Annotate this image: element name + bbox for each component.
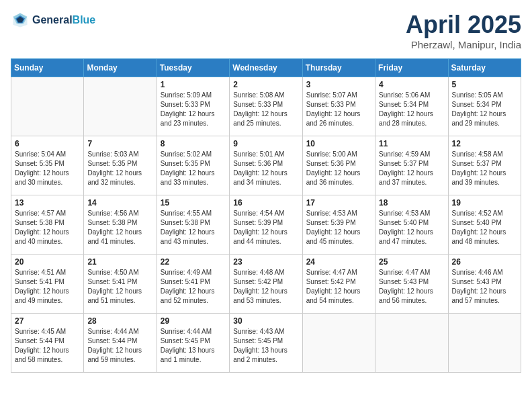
- day-detail: Sunrise: 4:48 AMSunset: 5:42 PMDaylight:…: [233, 268, 298, 306]
- day-number: 22: [161, 257, 226, 267]
- day-number: 24: [306, 257, 371, 267]
- day-detail: Sunrise: 4:59 AMSunset: 5:37 PMDaylight:…: [379, 150, 444, 187]
- day-detail: Sunrise: 4:53 AMSunset: 5:39 PMDaylight:…: [306, 209, 371, 246]
- day-detail: Sunrise: 4:54 AMSunset: 5:39 PMDaylight:…: [233, 209, 298, 246]
- day-detail: Sunrise: 5:00 AMSunset: 5:36 PMDaylight:…: [306, 150, 371, 187]
- day-detail: Sunrise: 4:49 AMSunset: 5:41 PMDaylight:…: [161, 268, 226, 306]
- weekday-header-thursday: Thursday: [302, 59, 375, 77]
- day-detail: Sunrise: 4:47 AMSunset: 5:42 PMDaylight:…: [306, 268, 371, 306]
- day-number: 28: [87, 316, 152, 326]
- day-number: 23: [233, 257, 298, 267]
- logo: GeneralBlue: [11, 11, 95, 30]
- weekday-header-sunday: Sunday: [11, 59, 84, 77]
- day-number: 29: [161, 316, 226, 326]
- month-year-title: April 2025: [406, 11, 521, 39]
- calendar-day-cell: 4Sunrise: 5:06 AMSunset: 5:34 PMDaylight…: [375, 77, 448, 136]
- page-header: GeneralBlue April 2025 Pherzawl, Manipur…: [11, 11, 521, 50]
- location-subtitle: Pherzawl, Manipur, India: [406, 39, 521, 50]
- day-detail: Sunrise: 5:09 AMSunset: 5:33 PMDaylight:…: [161, 91, 226, 128]
- day-detail: Sunrise: 5:02 AMSunset: 5:35 PMDaylight:…: [161, 150, 226, 187]
- day-detail: Sunrise: 5:05 AMSunset: 5:34 PMDaylight:…: [452, 91, 517, 128]
- calendar-day-cell: 17Sunrise: 4:53 AMSunset: 5:39 PMDayligh…: [302, 195, 375, 255]
- day-detail: Sunrise: 4:55 AMSunset: 5:38 PMDaylight:…: [161, 209, 226, 246]
- day-number: 13: [15, 198, 80, 208]
- day-detail: Sunrise: 4:44 AMSunset: 5:44 PMDaylight:…: [87, 327, 152, 365]
- weekday-header-wednesday: Wednesday: [230, 59, 302, 77]
- day-number: 7: [87, 139, 152, 148]
- calendar-day-cell: 2Sunrise: 5:08 AMSunset: 5:33 PMDaylight…: [230, 77, 302, 136]
- calendar-day-cell: [302, 314, 375, 373]
- day-number: 27: [15, 316, 80, 326]
- day-number: 12: [452, 139, 517, 148]
- calendar-day-cell: 23Sunrise: 4:48 AMSunset: 5:42 PMDayligh…: [230, 255, 302, 314]
- day-number: 14: [87, 198, 152, 208]
- calendar-day-cell: 1Sunrise: 5:09 AMSunset: 5:33 PMDaylight…: [157, 77, 229, 136]
- calendar-day-cell: 13Sunrise: 4:57 AMSunset: 5:38 PMDayligh…: [11, 195, 84, 255]
- day-number: 17: [306, 198, 371, 208]
- calendar-day-cell: 24Sunrise: 4:47 AMSunset: 5:42 PMDayligh…: [302, 255, 375, 314]
- calendar-day-cell: [84, 77, 157, 136]
- day-detail: Sunrise: 5:03 AMSunset: 5:35 PMDaylight:…: [87, 150, 152, 187]
- calendar-day-cell: 18Sunrise: 4:53 AMSunset: 5:40 PMDayligh…: [375, 195, 448, 255]
- day-number: 20: [15, 257, 80, 267]
- day-number: 9: [233, 139, 298, 148]
- calendar-week-row: 1Sunrise: 5:09 AMSunset: 5:33 PMDaylight…: [11, 77, 521, 136]
- day-number: 1: [161, 80, 226, 89]
- calendar-day-cell: [375, 314, 448, 373]
- day-number: 25: [379, 257, 444, 267]
- weekday-header-monday: Monday: [84, 59, 157, 77]
- day-detail: Sunrise: 4:51 AMSunset: 5:41 PMDaylight:…: [15, 268, 80, 306]
- calendar-day-cell: 6Sunrise: 5:04 AMSunset: 5:35 PMDaylight…: [11, 136, 84, 195]
- day-number: 16: [233, 198, 298, 208]
- calendar-day-cell: [448, 314, 521, 373]
- calendar-day-cell: 19Sunrise: 4:52 AMSunset: 5:40 PMDayligh…: [448, 195, 521, 255]
- calendar-week-row: 27Sunrise: 4:45 AMSunset: 5:44 PMDayligh…: [11, 314, 521, 373]
- day-detail: Sunrise: 5:08 AMSunset: 5:33 PMDaylight:…: [233, 91, 298, 128]
- day-detail: Sunrise: 4:45 AMSunset: 5:44 PMDaylight:…: [15, 327, 80, 365]
- day-detail: Sunrise: 4:57 AMSunset: 5:38 PMDaylight:…: [15, 209, 80, 246]
- day-number: 19: [452, 198, 517, 208]
- calendar-week-row: 6Sunrise: 5:04 AMSunset: 5:35 PMDaylight…: [11, 136, 521, 195]
- calendar-day-cell: 28Sunrise: 4:44 AMSunset: 5:44 PMDayligh…: [84, 314, 157, 373]
- calendar-day-cell: 10Sunrise: 5:00 AMSunset: 5:36 PMDayligh…: [302, 136, 375, 195]
- weekday-header-row: SundayMondayTuesdayWednesdayThursdayFrid…: [11, 59, 521, 77]
- day-detail: Sunrise: 5:04 AMSunset: 5:35 PMDaylight:…: [15, 150, 80, 187]
- calendar-day-cell: 22Sunrise: 4:49 AMSunset: 5:41 PMDayligh…: [157, 255, 229, 314]
- calendar-day-cell: 25Sunrise: 4:47 AMSunset: 5:43 PMDayligh…: [375, 255, 448, 314]
- weekday-header-saturday: Saturday: [448, 59, 521, 77]
- calendar-day-cell: 9Sunrise: 5:01 AMSunset: 5:36 PMDaylight…: [230, 136, 302, 195]
- day-number: 26: [452, 257, 517, 267]
- calendar-day-cell: 20Sunrise: 4:51 AMSunset: 5:41 PMDayligh…: [11, 255, 84, 314]
- day-detail: Sunrise: 4:46 AMSunset: 5:43 PMDaylight:…: [452, 268, 517, 306]
- calendar-day-cell: 14Sunrise: 4:56 AMSunset: 5:38 PMDayligh…: [84, 195, 157, 255]
- day-number: 3: [306, 80, 371, 89]
- day-number: 10: [306, 139, 371, 148]
- calendar-day-cell: 29Sunrise: 4:44 AMSunset: 5:45 PMDayligh…: [157, 314, 229, 373]
- day-number: 30: [233, 316, 298, 326]
- title-area: April 2025 Pherzawl, Manipur, India: [406, 11, 521, 50]
- day-detail: Sunrise: 4:43 AMSunset: 5:45 PMDaylight:…: [233, 327, 298, 365]
- day-detail: Sunrise: 5:07 AMSunset: 5:33 PMDaylight:…: [306, 91, 371, 128]
- calendar-day-cell: 21Sunrise: 4:50 AMSunset: 5:41 PMDayligh…: [84, 255, 157, 314]
- day-number: 11: [379, 139, 444, 148]
- calendar-week-row: 13Sunrise: 4:57 AMSunset: 5:38 PMDayligh…: [11, 195, 521, 255]
- calendar-table: SundayMondayTuesdayWednesdayThursdayFrid…: [11, 58, 521, 373]
- day-detail: Sunrise: 4:58 AMSunset: 5:37 PMDaylight:…: [452, 150, 517, 187]
- calendar-day-cell: 15Sunrise: 4:55 AMSunset: 5:38 PMDayligh…: [157, 195, 229, 255]
- day-number: 15: [161, 198, 226, 208]
- day-detail: Sunrise: 4:56 AMSunset: 5:38 PMDaylight:…: [87, 209, 152, 246]
- day-detail: Sunrise: 5:01 AMSunset: 5:36 PMDaylight:…: [233, 150, 298, 187]
- day-number: 18: [379, 198, 444, 208]
- calendar-day-cell: 12Sunrise: 4:58 AMSunset: 5:37 PMDayligh…: [448, 136, 521, 195]
- calendar-day-cell: 16Sunrise: 4:54 AMSunset: 5:39 PMDayligh…: [230, 195, 302, 255]
- calendar-day-cell: 5Sunrise: 5:05 AMSunset: 5:34 PMDaylight…: [448, 77, 521, 136]
- logo-text: GeneralBlue: [32, 13, 95, 26]
- calendar-day-cell: 27Sunrise: 4:45 AMSunset: 5:44 PMDayligh…: [11, 314, 84, 373]
- calendar-day-cell: [11, 77, 84, 136]
- day-detail: Sunrise: 4:44 AMSunset: 5:45 PMDaylight:…: [161, 327, 226, 365]
- day-number: 5: [452, 80, 517, 89]
- day-detail: Sunrise: 4:50 AMSunset: 5:41 PMDaylight:…: [87, 268, 152, 306]
- day-number: 4: [379, 80, 444, 89]
- weekday-header-tuesday: Tuesday: [157, 59, 229, 77]
- day-detail: Sunrise: 4:52 AMSunset: 5:40 PMDaylight:…: [452, 209, 517, 246]
